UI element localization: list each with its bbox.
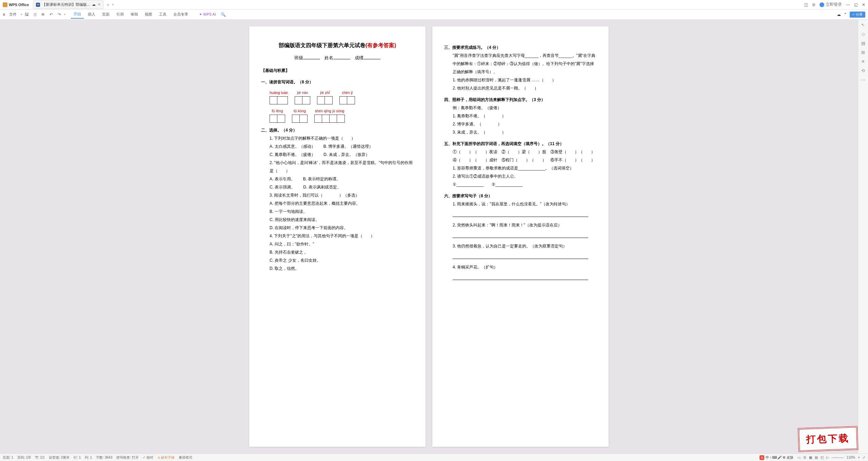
word-icon: W — [36, 3, 40, 7]
tab-reference[interactable]: 引用 — [114, 11, 126, 18]
document-tab[interactable]: W 【新课标单元特训】部编版... ☁ ✕ — [33, 0, 104, 9]
cube-icon[interactable]: ◫ — [804, 2, 808, 7]
tab-start[interactable]: 开始 — [71, 10, 84, 19]
print-icon[interactable]: ⎙ — [32, 11, 38, 18]
tab-member[interactable]: 会员专享 — [171, 11, 191, 18]
file-dropdown[interactable]: ▾ — [21, 13, 22, 16]
save-icon[interactable]: 🖫 — [23, 11, 30, 18]
qat-dropdown[interactable]: ▾ — [64, 13, 65, 16]
maximize-icon[interactable]: ◱ — [854, 2, 858, 7]
redo-icon[interactable]: ↷ — [56, 11, 63, 18]
tab-sync-icon[interactable]: ☁ — [92, 2, 96, 7]
menu-icon[interactable]: ≡ — [3, 12, 5, 17]
add-tab-button[interactable]: + — [106, 2, 109, 7]
tab-review[interactable]: 审阅 — [128, 11, 141, 18]
search-icon[interactable]: 🔍 — [220, 11, 227, 18]
app-name: WPS Office — [9, 3, 29, 7]
share-button[interactable]: ♂ 分享 — [850, 12, 865, 18]
tab-tools[interactable]: 工具 — [156, 11, 169, 18]
login-button[interactable]: 立即登录 — [820, 2, 842, 7]
minimize-icon[interactable]: — — [846, 2, 850, 7]
preview-icon[interactable]: 👁 — [40, 11, 46, 18]
tab-close-icon[interactable]: ✕ — [98, 2, 101, 7]
tab-view[interactable]: 视图 — [142, 11, 155, 18]
close-icon[interactable]: ✕ — [862, 2, 865, 7]
file-menu[interactable]: 文件 — [6, 11, 19, 18]
collapse-icon[interactable]: ⌃ — [844, 12, 847, 17]
avatar-icon — [820, 2, 824, 7]
cloud-icon[interactable]: ☁ — [837, 12, 841, 17]
wps-icon — [3, 2, 7, 7]
app-logo[interactable]: WPS Office — [3, 2, 29, 7]
wps-ai-button[interactable]: ✦ WPS AI — [196, 11, 219, 18]
tab-dropdown[interactable]: ▾ — [112, 3, 114, 6]
help-icon[interactable]: ⊘ — [812, 2, 815, 7]
login-label: 立即登录 — [826, 2, 842, 7]
tab-title: 【新课标单元特训】部编版... — [42, 2, 90, 7]
tab-insert[interactable]: 插入 — [85, 11, 98, 18]
ai-label: WPS AI — [203, 12, 216, 16]
undo-icon[interactable]: ↶ — [48, 11, 55, 18]
tab-page[interactable]: 页面 — [99, 11, 112, 18]
titlebar: WPS Office W 【新课标单元特训】部编版... ☁ ✕ + ▾ ◫ ⊘… — [0, 0, 868, 9]
menubar: ≡ 文件 ▾ 🖫 ⎙ 👁 ↶ ↷ ▾ 开始 插入 页面 引用 审阅 视图 工具 … — [0, 9, 868, 20]
